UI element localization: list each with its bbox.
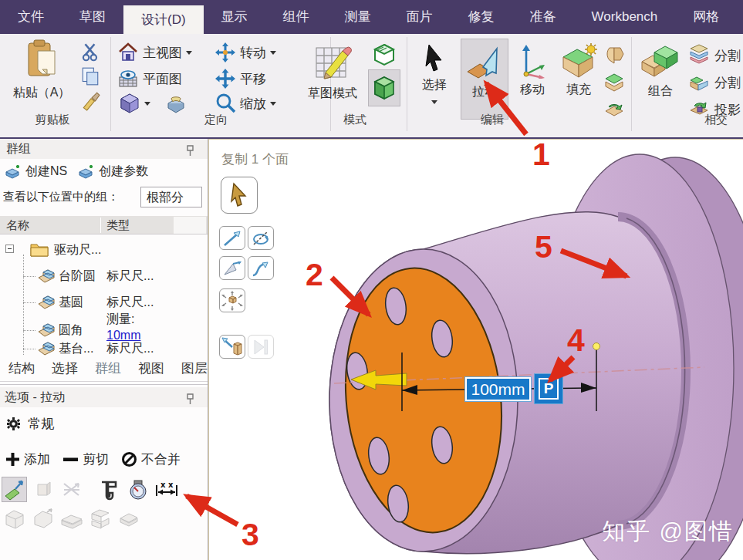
- dimension-anchor-point[interactable]: [593, 343, 600, 350]
- rotate-view-button[interactable]: 转动: [214, 42, 276, 63]
- tab-views[interactable]: 视图: [130, 359, 173, 377]
- tree-item-name[interactable]: 基圆: [59, 295, 83, 311]
- iso-view-button[interactable]: [119, 93, 187, 114]
- create-params-label: 创建参数: [99, 164, 148, 180]
- pull-preview-5-icon[interactable]: [116, 506, 141, 531]
- home-view-label: 主视图: [143, 44, 182, 62]
- tree-root-row[interactable]: 驱动尺...: [0, 238, 208, 262]
- scope-field[interactable]: 根部分: [140, 187, 202, 207]
- pull-tool-button[interactable]: 拉动: [461, 39, 508, 120]
- caliper-ruler-option-icon[interactable]: [96, 477, 122, 502]
- chevron-down-icon[interactable]: [270, 51, 276, 55]
- face-offset-icon[interactable]: [603, 71, 625, 93]
- pull-preview-2-icon[interactable]: [30, 506, 56, 531]
- gauge-option-icon[interactable]: [125, 477, 150, 502]
- pin-icon[interactable]: [186, 143, 195, 163]
- menu-tab-facets[interactable]: 面片: [389, 0, 451, 34]
- tree-collapse-toggle[interactable]: [5, 245, 14, 253]
- parameter-p-button[interactable]: P: [535, 374, 562, 403]
- sweep-button[interactable]: [219, 256, 245, 280]
- menu-tab-mesh[interactable]: 网格: [675, 0, 737, 34]
- select-tool-button[interactable]: 选择: [410, 43, 458, 107]
- pan-icon: [214, 68, 236, 89]
- menu-tab-assembly[interactable]: 组件: [265, 0, 327, 34]
- column-type[interactable]: 类型: [106, 216, 130, 234]
- cut-icon[interactable]: [80, 42, 100, 62]
- fill-tool-button[interactable]: 填充: [557, 43, 600, 98]
- pull-both-sides-option-icon[interactable]: [30, 477, 56, 502]
- extend-icon[interactable]: [603, 97, 625, 119]
- ruler-dimension-option-icon[interactable]: x x: [154, 477, 179, 502]
- watermark: 知乎 @图惜: [602, 516, 734, 548]
- move-tool-button[interactable]: 移动: [511, 43, 554, 98]
- pull-preview-1-icon[interactable]: [2, 506, 27, 531]
- menu-tab-measure[interactable]: 测量: [327, 0, 389, 34]
- mode-group-label: 模式: [328, 113, 382, 127]
- create-ns-button[interactable]: 创建NS: [5, 164, 67, 180]
- scale-icon: [221, 291, 243, 311]
- tree-row-step-circle[interactable]: 台阶圆 标尺尺...: [0, 264, 208, 288]
- pull-straight-button[interactable]: [219, 226, 245, 250]
- menu-tab-file[interactable]: 文件: [0, 0, 62, 34]
- pull-icon: [466, 46, 503, 81]
- pan-button[interactable]: 平移: [214, 68, 266, 89]
- tree-item-name[interactable]: 台阶圆: [59, 268, 96, 285]
- solid-mode-icon[interactable]: [368, 69, 400, 106]
- pin-icon[interactable]: [186, 391, 195, 411]
- tree-item-type: 标尺尺...: [106, 295, 154, 311]
- menu-tab-design[interactable]: 设计(D): [123, 5, 204, 34]
- format-brush-icon[interactable]: [80, 91, 100, 111]
- combine-button[interactable]: 组合: [637, 42, 684, 100]
- chevron-down-icon[interactable]: [144, 102, 150, 106]
- menu-tab-repair[interactable]: 修复: [451, 0, 512, 34]
- pull-preview-3-icon[interactable]: [59, 506, 84, 531]
- chevron-down-icon[interactable]: [431, 100, 437, 104]
- paste-button[interactable]: 粘贴（A）: [6, 39, 77, 101]
- home-view-button[interactable]: 主视图: [117, 42, 192, 63]
- scale-body-button[interactable]: [219, 288, 245, 312]
- create-params-button[interactable]: 创建参数: [78, 164, 148, 180]
- select-mode-button[interactable]: [221, 177, 258, 214]
- revolve-button[interactable]: [248, 226, 274, 250]
- blend-button[interactable]: [248, 256, 274, 280]
- general-section[interactable]: 常规: [6, 415, 54, 433]
- go-to-end-button[interactable]: [248, 335, 274, 359]
- view-style-icon[interactable]: [164, 93, 187, 114]
- tree-root-label[interactable]: 驱动尺...: [54, 242, 101, 258]
- model-canvas[interactable]: 复制 1 个面: [208, 139, 743, 560]
- menu-tab-workbench[interactable]: Workbench: [574, 0, 676, 34]
- groups-panel-title: 群组: [6, 142, 31, 155]
- pull-helix-option-icon[interactable]: [59, 477, 84, 502]
- up-to-icon: [221, 336, 243, 358]
- tab-structure[interactable]: 结构: [0, 359, 43, 377]
- plan-view-button[interactable]: 平面图: [117, 68, 182, 89]
- copy-icon[interactable]: [80, 66, 100, 86]
- mode-add[interactable]: 添加: [6, 450, 50, 468]
- pull-options-row: x x: [2, 477, 179, 502]
- dimension-input[interactable]: 100mm: [465, 377, 531, 401]
- section-mode-icon[interactable]: [373, 43, 396, 66]
- tree-column-header: 名称 类型: [0, 216, 208, 234]
- menu-tab-display[interactable]: 显示: [204, 0, 265, 34]
- sketch-mode-button[interactable]: 草图模式: [297, 42, 368, 102]
- chevron-down-icon[interactable]: [270, 102, 276, 106]
- mode-cut[interactable]: 剪切: [63, 450, 109, 468]
- pull-up-to-button[interactable]: [219, 335, 245, 359]
- split-body-icon[interactable]: [688, 42, 710, 64]
- ribbon: 粘贴（A） 剪贴板 主视图 转动: [0, 34, 743, 139]
- tab-selection[interactable]: 选择: [43, 359, 86, 377]
- zoom-button[interactable]: 缩放: [214, 93, 276, 114]
- pull-direction-option-icon[interactable]: [2, 477, 27, 502]
- magnifier-icon: [214, 93, 236, 114]
- scope-label: 查看以下位置中的组：: [3, 190, 119, 203]
- sketch-grid-pencil-icon: [313, 42, 352, 82]
- pull-preview-4-icon[interactable]: [87, 506, 113, 531]
- menu-tab-sketch[interactable]: 草图: [62, 0, 123, 34]
- chevron-down-icon[interactable]: [186, 51, 192, 55]
- tab-groups[interactable]: 群组: [86, 359, 130, 377]
- mode-no-merge[interactable]: 不合并: [122, 450, 181, 468]
- replace-face-icon[interactable]: [603, 45, 625, 66]
- column-name[interactable]: 名称: [6, 216, 29, 234]
- split-icon[interactable]: [688, 69, 710, 91]
- menu-tab-prepare[interactable]: 准备: [512, 0, 574, 34]
